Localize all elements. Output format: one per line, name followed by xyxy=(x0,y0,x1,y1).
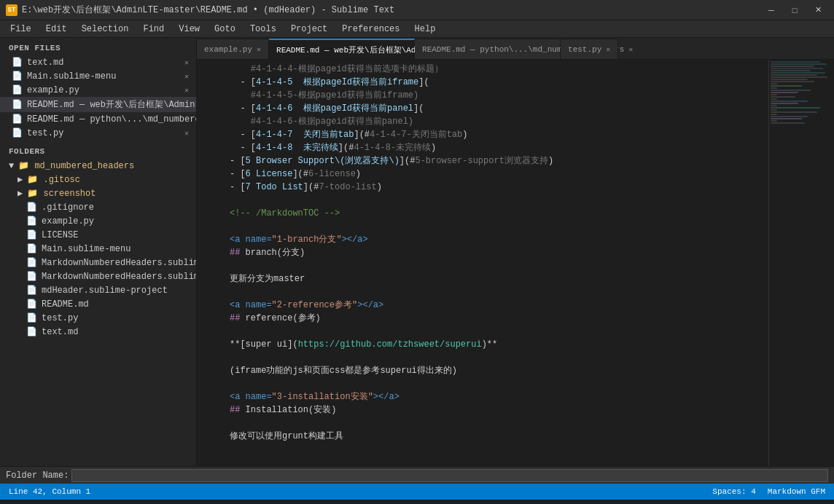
title-left: ST E:\web开发\后台框架\AdminLTE-master\README.… xyxy=(6,4,394,16)
open-file-label: README.md — web开发\后台框架\AdminLTE-... xyxy=(27,98,196,111)
open-file-label: README.md — python\...\md_numbered_hea xyxy=(27,114,196,125)
status-position[interactable]: Line 42, Column 1 xyxy=(9,487,90,496)
menu-tools[interactable]: Tools xyxy=(243,23,284,36)
file-icon: 📄 xyxy=(26,271,37,282)
code-line: 更新分支为master xyxy=(197,272,768,286)
tab-close-icon[interactable]: ✕ xyxy=(257,45,261,54)
file-example-py[interactable]: 📄 example.py xyxy=(0,214,196,228)
menu-selection[interactable]: Selection xyxy=(74,23,136,36)
close-file-icon[interactable]: ✕ xyxy=(183,58,190,67)
file-label: example.py xyxy=(42,216,94,227)
menu-help[interactable]: Help xyxy=(408,23,443,36)
open-file-label: text.md xyxy=(27,58,63,68)
maximize-button[interactable]: □ xyxy=(784,2,805,18)
open-file-text-md[interactable]: 📄 text.md ✕ xyxy=(0,55,196,69)
sidebar[interactable]: OPEN FILES 📄 text.md ✕ 📄 Main.sublime-me… xyxy=(0,38,197,466)
file-label: .gitignore xyxy=(42,202,94,213)
file-icon: 📄 xyxy=(26,257,37,268)
status-spaces[interactable]: Spaces: 4 xyxy=(712,487,755,496)
tab-label: test.py xyxy=(568,45,601,54)
tab-example-py[interactable]: example.py ✕ xyxy=(197,39,269,59)
file-icon: 📄 xyxy=(26,216,37,227)
file-icon: 📄 xyxy=(26,202,37,213)
app-icon: ST xyxy=(6,4,17,16)
code-line: <a name="3-installation安装"></a> xyxy=(197,390,768,403)
file-gitignore[interactable]: 📄 .gitignore xyxy=(0,200,196,214)
code-line xyxy=(197,194,768,207)
file-markdown-numbered-s[interactable]: 📄 MarkdownNumberedHeaders.sublime-s xyxy=(0,269,196,283)
status-bar: Line 42, Column 1 Spaces: 4 Markdown GFM xyxy=(0,484,834,500)
file-readme-md[interactable]: 📄 README.md xyxy=(0,297,196,311)
file-label: mdHeader.sublime-project xyxy=(42,286,168,296)
menu-preferences[interactable]: Preferences xyxy=(335,23,407,36)
tab-close-icon[interactable]: ✕ xyxy=(628,45,633,54)
status-language[interactable]: Markdown GFM xyxy=(768,487,825,496)
open-file-readme-python[interactable]: 📄 README.md — python\...\md_numbered_hea… xyxy=(0,112,196,126)
code-line: #4-1-4-6-根据pageid获得当前panel) xyxy=(197,115,768,128)
menu-edit[interactable]: Edit xyxy=(39,23,74,36)
code-line: #4-1-4-5-根据pageid获得当前iframe) xyxy=(197,89,768,102)
file-text-md[interactable]: 📄 text.md xyxy=(0,325,196,339)
folder-screenshot[interactable]: ▶ 📁 screenshot xyxy=(0,186,196,200)
file-icon: 📄 xyxy=(26,326,37,337)
close-file-icon[interactable]: ✕ xyxy=(183,72,190,81)
file-license[interactable]: 📄 LICENSE xyxy=(0,228,196,242)
code-line: <a name="2-reference参考"></a> xyxy=(197,299,768,312)
open-file-readme-adminlte[interactable]: 📄 README.md — web开发\后台框架\AdminLTE-... ✕ xyxy=(0,97,196,112)
code-line: **[super ui](https://github.com/tzhsweet… xyxy=(197,338,768,351)
file-label: Main.sublime-menu xyxy=(42,244,130,254)
file-markdown-numbered-c[interactable]: 📄 MarkdownNumberedHeaders.sublime-c xyxy=(0,256,196,269)
file-label: LICENSE xyxy=(42,230,78,240)
status-right: Spaces: 4 Markdown GFM xyxy=(712,487,825,496)
editor[interactable]: #4-1-4-4-根据pageid获得当前选项卡的标题） - [4-1-4-5 … xyxy=(197,60,768,466)
code-line xyxy=(197,286,768,299)
minimap-content xyxy=(769,60,834,466)
folder-gitosc[interactable]: ▶ 📁 .gitosc xyxy=(0,173,196,186)
folder-label: 📁 md_numbered_headers xyxy=(18,160,134,171)
close-file-icon[interactable]: ✕ xyxy=(183,129,190,138)
file-label: test.py xyxy=(42,313,78,323)
code-line xyxy=(197,377,768,390)
tab-test-py[interactable]: test.py ✕ xyxy=(561,39,618,59)
file-icon: 📄 xyxy=(26,243,37,254)
close-file-icon[interactable]: ✕ xyxy=(183,86,190,95)
open-files-title: OPEN FILES xyxy=(0,38,196,55)
window-controls: ─ □ ✕ xyxy=(761,2,828,18)
main-area: OPEN FILES 📄 text.md ✕ 📄 Main.sublime-me… xyxy=(0,38,834,466)
minimize-button[interactable]: ─ xyxy=(761,2,782,18)
menu-project[interactable]: Project xyxy=(284,23,335,36)
code-line xyxy=(197,417,768,430)
code-line: (iframe功能的js和页面css都是参考superui得出来的) xyxy=(197,364,768,377)
expand-icon: ▶ xyxy=(17,174,23,185)
file-main-sublime-menu[interactable]: 📄 Main.sublime-menu xyxy=(0,242,196,256)
open-file-label: Main.sublime-menu xyxy=(27,71,116,82)
file-icon: 📄 xyxy=(26,285,37,296)
content-area: example.py ✕ README.md — web开发\后台框架\Admi… xyxy=(197,38,834,466)
tab-bar: example.py ✕ README.md — web开发\后台框架\Admi… xyxy=(197,38,834,60)
minimap[interactable] xyxy=(768,60,834,466)
open-file-test-py[interactable]: 📄 test.py ✕ xyxy=(0,126,196,140)
tab-label: example.py xyxy=(204,45,252,54)
menu-find[interactable]: Find xyxy=(136,23,171,36)
tab-readme-adminlte[interactable]: README.md — web开发\后台框架\AdminLTE-master xyxy=(269,39,415,59)
folder-name-input[interactable] xyxy=(71,469,828,482)
file-test-py[interactable]: 📄 test.py xyxy=(0,311,196,325)
title-bar: ST E:\web开发\后台框架\AdminLTE-master\README.… xyxy=(0,0,834,20)
menu-file[interactable]: File xyxy=(3,23,39,36)
menu-goto[interactable]: Goto xyxy=(207,23,243,36)
file-mdheader-project[interactable]: 📄 mdHeader.sublime-project xyxy=(0,283,196,297)
tab-close-icon[interactable]: ✕ xyxy=(606,45,610,54)
close-button[interactable]: ✕ xyxy=(808,2,828,18)
open-file-main-sublime-menu[interactable]: 📄 Main.sublime-menu ✕ xyxy=(0,69,196,83)
menu-view[interactable]: View xyxy=(171,23,207,36)
folder-label: 📁 screenshot xyxy=(27,188,96,199)
code-line xyxy=(197,259,768,272)
tab-readme-python[interactable]: README.md — python\...\md_numbered_heade… xyxy=(415,39,561,59)
file-icon: 📄 xyxy=(12,71,23,82)
code-line: - [4-1-4-7 关闭当前tab](#4-1-4-7-关闭当前tab) xyxy=(197,128,768,141)
code-line: <!-- /MarkdownTOC --> xyxy=(197,207,768,220)
open-file-example-py[interactable]: 📄 example.py ✕ xyxy=(0,83,196,97)
folder-md-numbered-headers[interactable]: ▼ 📁 md_numbered_headers xyxy=(0,159,196,173)
folder-label: 📁 .gitosc xyxy=(27,174,80,185)
folder-name-label: Folder Name: xyxy=(6,470,69,481)
